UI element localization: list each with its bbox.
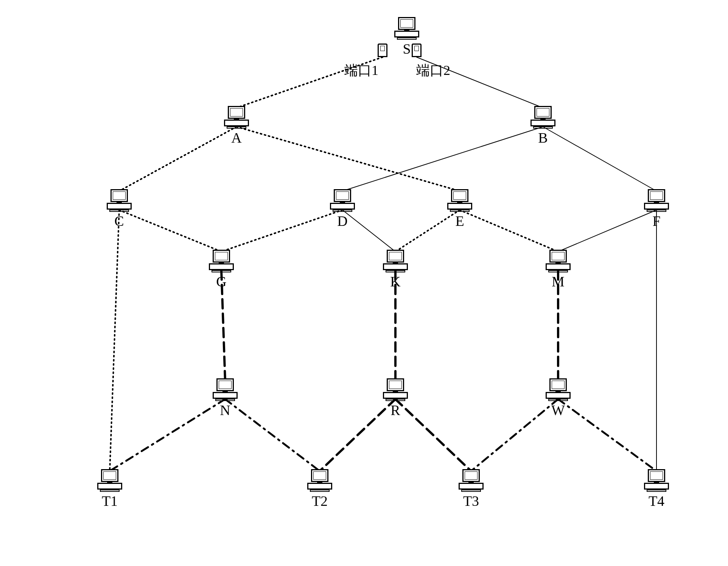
node-label: T1 [102, 493, 118, 509]
node-label: E [455, 213, 464, 229]
node-t3: T3 [458, 469, 484, 509]
computer-icon [545, 250, 571, 272]
edge-C-T1 [110, 210, 119, 471]
computer-icon [382, 378, 409, 401]
port-label: 端口1 [344, 61, 378, 80]
node-label: G [216, 273, 226, 290]
node-f: F [643, 189, 670, 229]
edge-W-T4 [558, 399, 656, 471]
node-c: C [106, 189, 132, 229]
network-diagram: SABCDEFGKMNRWT1T2T3T4端口1端口2 [0, 0, 728, 566]
computer-icon [329, 189, 356, 212]
node-label: W [551, 402, 565, 418]
computer-icon [643, 469, 670, 492]
node-label: K [390, 273, 400, 290]
node-t2: T2 [306, 469, 333, 509]
node-t4: T4 [643, 469, 670, 509]
computer-icon [446, 189, 473, 212]
node-label: T4 [649, 493, 664, 509]
node-label: F [652, 213, 660, 229]
node-a: A [223, 106, 250, 146]
node-label: N [220, 402, 230, 418]
edge-A-C [119, 127, 236, 191]
node-label: C [114, 213, 124, 229]
node-label: B [538, 129, 548, 146]
port-label: 端口2 [416, 61, 450, 80]
edge-C-G [119, 210, 221, 252]
node-label: S [403, 40, 411, 57]
computer-icon [643, 189, 670, 212]
computer-icon [96, 469, 123, 492]
computer-icon [306, 469, 333, 492]
node-label: T3 [463, 493, 479, 509]
node-label: R [390, 402, 400, 418]
computer-icon [223, 106, 250, 129]
edge-F-M [558, 210, 656, 252]
edge-E-M [460, 210, 558, 252]
node-w: W [545, 378, 571, 418]
node-label: A [231, 129, 241, 146]
node-g: G [208, 250, 235, 290]
computer-icon [545, 378, 571, 401]
node-b: B [530, 106, 556, 146]
computer-icon [208, 250, 235, 272]
edge-N-T1 [110, 399, 225, 471]
edge-B-D [342, 127, 543, 191]
node-t1: T1 [96, 469, 123, 509]
edge-A-E [236, 127, 460, 191]
node-label: T2 [312, 493, 328, 509]
node-k: K [382, 250, 409, 290]
port-icon [378, 44, 387, 57]
edge-D-G [221, 210, 342, 252]
node-e: E [446, 189, 473, 229]
computer-icon [212, 378, 238, 401]
node-label: D [337, 213, 347, 229]
edge-B-F [543, 127, 656, 191]
edge-N-T2 [225, 399, 320, 471]
computer-icon [106, 189, 132, 212]
node-label: M [552, 273, 565, 290]
port-icon [412, 44, 422, 57]
computer-icon [394, 17, 420, 40]
node-n: N [212, 378, 238, 418]
computer-icon [530, 106, 556, 129]
node-m: M [545, 250, 571, 290]
computer-icon [382, 250, 409, 272]
node-d: D [329, 189, 356, 229]
node-r: R [382, 378, 409, 418]
computer-icon [458, 469, 484, 492]
